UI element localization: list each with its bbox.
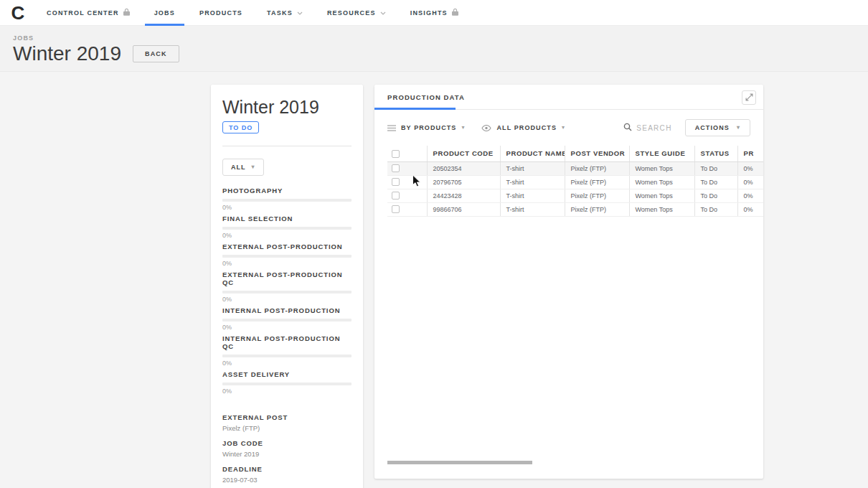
production-data-panel: PRODUCTION DATA BY PRODUCTS ▾ ALL PRODUC… bbox=[374, 85, 763, 479]
progress-percent: 0% bbox=[222, 205, 352, 211]
col-header-status[interactable]: STATUS bbox=[694, 146, 737, 161]
progress-percent: 0% bbox=[222, 360, 352, 367]
progress-label: PHOTOGRAPHY bbox=[222, 187, 352, 194]
cell-status: To Do bbox=[694, 189, 737, 202]
expand-icon bbox=[745, 93, 753, 103]
job-info-list: EXTERNAL POST Pixelz (FTP) JOB CODE Wint… bbox=[222, 413, 352, 488]
table-row[interactable]: 99866706 T-shirt Pixelz (FTP) Women Tops… bbox=[387, 202, 763, 216]
chevron-down-icon bbox=[380, 9, 386, 17]
cell-product-code: 20796705 bbox=[427, 175, 500, 189]
cell-status: To Do bbox=[694, 175, 737, 189]
products-table-wrap: PRODUCT CODE PRODUCT NAME POST VENDOR ST… bbox=[387, 146, 763, 217]
progress-percent: 0% bbox=[222, 233, 352, 239]
cell-status: To Do bbox=[694, 161, 737, 175]
progress-bar bbox=[222, 227, 352, 230]
progress-percent: 0% bbox=[222, 388, 352, 395]
info-label: JOB CODE bbox=[222, 439, 352, 447]
cell-progress: 0% bbox=[737, 175, 763, 189]
nav-item-insights[interactable]: INSIGHTS bbox=[398, 0, 471, 26]
nav-item-control-center[interactable]: CONTROL CENTER bbox=[34, 0, 142, 26]
group-by-dropdown[interactable]: BY PRODUCTS ▾ bbox=[387, 121, 464, 134]
cell-style-guide: Women Tops bbox=[629, 175, 694, 189]
cell-product-name: T-shirt bbox=[500, 175, 565, 189]
visibility-dropdown[interactable]: ALL PRODUCTS ▾ bbox=[481, 121, 565, 134]
info-field-deadline: DEADLINE 2019-07-03 bbox=[222, 465, 352, 484]
progress-percent: 0% bbox=[222, 324, 352, 331]
horizontal-scrollbar[interactable] bbox=[387, 461, 532, 464]
cell-product-name: T-shirt bbox=[500, 189, 565, 202]
row-checkbox[interactable] bbox=[392, 178, 400, 186]
progress-percent: 0% bbox=[222, 296, 352, 303]
tab-strip: PRODUCTION DATA bbox=[374, 85, 763, 110]
top-navigation: C CONTROL CENTER JOBS PRODUCTS TASKS RES… bbox=[0, 0, 868, 26]
progress-label: FINAL SELECTION bbox=[222, 215, 352, 222]
progress-section-internal-post-qc: INTERNAL POST-PRODUCTION QC 0% bbox=[222, 334, 352, 367]
cell-product-code: 99866706 bbox=[427, 202, 500, 216]
cell-style-guide: Women Tops bbox=[629, 189, 694, 202]
cell-progress: 0% bbox=[737, 189, 763, 202]
progress-bar bbox=[222, 355, 352, 357]
filter-dropdown-label: ALL bbox=[231, 164, 246, 171]
nav-item-jobs[interactable]: JOBS bbox=[142, 0, 187, 26]
caret-down-icon: ▾ bbox=[562, 125, 565, 131]
lock-icon bbox=[123, 8, 130, 17]
back-button[interactable]: BACK bbox=[133, 45, 179, 62]
filter-dropdown[interactable]: ALL ▾ bbox=[222, 159, 264, 176]
progress-section-photography: PHOTOGRAPHY 0% bbox=[222, 187, 352, 211]
cell-progress: 0% bbox=[737, 202, 763, 216]
table-row[interactable]: 24423428 T-shirt Pixelz (FTP) Women Tops… bbox=[387, 189, 763, 202]
tab-production-data[interactable]: PRODUCTION DATA bbox=[387, 85, 465, 110]
progress-label: EXTERNAL POST-PRODUCTION QC bbox=[222, 271, 352, 286]
info-value: Winter 2019 bbox=[222, 450, 352, 458]
nav-item-resources[interactable]: RESOURCES bbox=[315, 0, 398, 26]
cell-post-vendor: Pixelz (FTP) bbox=[565, 175, 629, 189]
info-label: EXTERNAL POST bbox=[222, 413, 352, 421]
actions-label: ACTIONS bbox=[695, 124, 730, 131]
cell-product-name: T-shirt bbox=[500, 202, 565, 216]
row-checkbox[interactable] bbox=[392, 192, 400, 200]
nav-item-label: CONTROL CENTER bbox=[47, 9, 119, 17]
divider bbox=[222, 146, 352, 146]
progress-label: EXTERNAL POST-PRODUCTION bbox=[222, 243, 352, 250]
progress-bar bbox=[222, 319, 352, 322]
col-header-post-vendor[interactable]: POST VENDOR bbox=[565, 146, 629, 161]
select-all-checkbox[interactable] bbox=[392, 150, 400, 158]
row-checkbox[interactable] bbox=[392, 205, 400, 213]
progress-bar bbox=[222, 255, 352, 258]
progress-bar bbox=[222, 383, 352, 385]
products-table: PRODUCT CODE PRODUCT NAME POST VENDOR ST… bbox=[387, 146, 763, 217]
brand-logo[interactable]: C bbox=[1, 0, 34, 26]
col-header-product-code[interactable]: PRODUCT CODE bbox=[427, 146, 500, 161]
info-label: DEADLINE bbox=[222, 465, 352, 473]
caret-down-icon: ▾ bbox=[252, 164, 255, 170]
table-row[interactable]: 20502354 T-shirt Pixelz (FTP) Women Tops… bbox=[387, 161, 763, 175]
progress-bar bbox=[222, 291, 352, 294]
eye-icon bbox=[481, 121, 491, 134]
cell-style-guide: Women Tops bbox=[629, 202, 694, 216]
search-icon bbox=[623, 121, 632, 134]
tab-label: PRODUCTION DATA bbox=[387, 93, 465, 101]
cell-progress: 0% bbox=[737, 161, 763, 175]
search-control[interactable]: SEARCH bbox=[623, 121, 671, 134]
cell-style-guide: Women Tops bbox=[629, 161, 694, 175]
caret-down-icon: ▾ bbox=[737, 125, 740, 131]
info-value: Pixelz (FTP) bbox=[222, 424, 352, 432]
cell-product-code: 24423428 bbox=[427, 189, 500, 202]
nav-item-products[interactable]: PRODUCTS bbox=[187, 0, 255, 26]
caret-down-icon: ▾ bbox=[461, 125, 464, 131]
col-header-progress[interactable]: PR bbox=[737, 146, 763, 161]
actions-button[interactable]: ACTIONS ▾ bbox=[685, 119, 750, 136]
search-label: SEARCH bbox=[636, 124, 671, 132]
info-field-job-code: JOB CODE Winter 2019 bbox=[222, 439, 352, 458]
chevron-down-icon bbox=[297, 9, 303, 17]
nav-item-tasks[interactable]: TASKS bbox=[255, 0, 315, 26]
progress-section-external-post: EXTERNAL POST-PRODUCTION 0% bbox=[222, 243, 352, 267]
col-header-product-name[interactable]: PRODUCT NAME bbox=[500, 146, 565, 161]
page-header: JOBS Winter 2019 BACK bbox=[0, 26, 868, 72]
col-header-style-guide[interactable]: STYLE GUIDE bbox=[629, 146, 694, 161]
row-checkbox[interactable] bbox=[392, 164, 400, 172]
table-row[interactable]: 20796705 T-shirt Pixelz (FTP) Women Tops… bbox=[387, 175, 763, 189]
progress-bar bbox=[222, 199, 352, 202]
list-icon bbox=[387, 121, 396, 134]
expand-button[interactable] bbox=[742, 90, 756, 105]
